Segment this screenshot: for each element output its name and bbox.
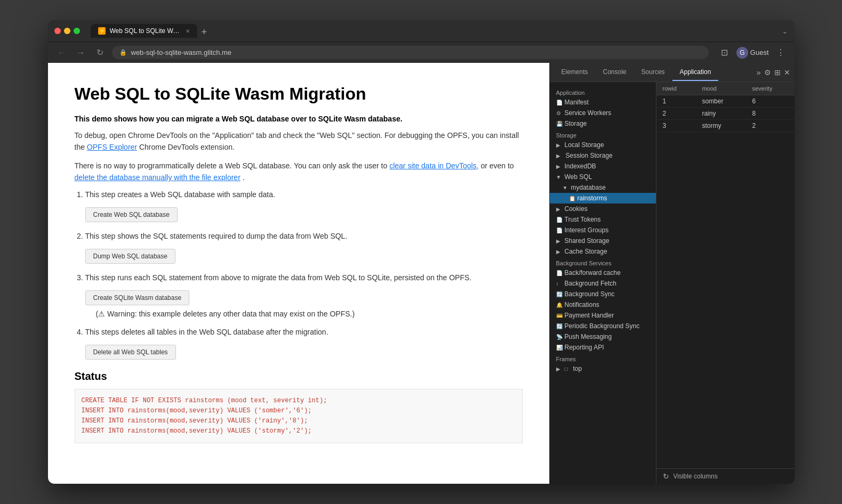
intro-paragraph: To debug, open Chrome DevTools on the "A…: [75, 129, 523, 153]
extensions-button[interactable]: ⊡: [717, 45, 732, 60]
sidebar-item-local-storage[interactable]: ▶ Local Storage: [550, 140, 656, 150]
expand-icon: ▶: [556, 153, 563, 159]
sidebar-item-service-workers[interactable]: ⚙ Service Workers: [550, 108, 656, 118]
devtools-dock-icon[interactable]: ⊞: [774, 68, 781, 77]
tab-application[interactable]: Application: [672, 64, 719, 81]
minimize-button[interactable]: [64, 28, 70, 34]
sidebar-item-label: Cache Storage: [565, 248, 607, 255]
page-title: Web SQL to SQLite Wasm Migration: [75, 84, 523, 104]
cell-rowid: 1: [656, 95, 696, 108]
lock-icon: 🔒: [119, 49, 127, 56]
sidebar-item-cookies[interactable]: ▶ Cookies: [550, 204, 656, 214]
sidebar-item-label: Payment Handler: [565, 312, 614, 319]
sidebar-item-label: Cookies: [565, 205, 588, 213]
visible-columns-button[interactable]: Visible columns: [673, 473, 718, 480]
sidebar-item-notifications[interactable]: 🔔 Notifications: [550, 299, 656, 310]
window-controls: ⌄: [782, 27, 788, 35]
active-tab[interactable]: ⚡ Web SQL to SQLite Wasm Mig... ✕: [91, 24, 197, 38]
tab-elements[interactable]: Elements: [554, 64, 596, 81]
more-tabs-icon[interactable]: »: [757, 68, 761, 77]
sidebar-item-cache-storage[interactable]: ▶ Cache Storage: [550, 246, 656, 257]
refresh-icon[interactable]: ↻: [663, 472, 669, 481]
trust-tokens-icon: 📄: [556, 217, 563, 223]
new-tab-button[interactable]: +: [197, 27, 212, 38]
sidebar-item-periodic-bg-sync[interactable]: 🔄 Periodic Background Sync: [550, 321, 656, 331]
maximize-button[interactable]: [74, 28, 80, 34]
notifications-icon: 🔔: [556, 302, 563, 308]
opfs-explorer-link[interactable]: OPFS Explorer: [87, 143, 137, 151]
step-1-text: This step creates a Web SQL database wit…: [85, 190, 275, 199]
sidebar-item-indexeddb[interactable]: ▶ IndexedDB: [550, 161, 656, 172]
sidebar-item-push-messaging[interactable]: 📡 Push Messaging: [550, 331, 656, 342]
steps-list: This step creates a Web SQL database wit…: [85, 190, 523, 360]
nav-right-buttons: ⊡ G Guest ⋮: [717, 45, 788, 60]
address-bar[interactable]: 🔒 web-sql-to-sqlite-wasm.glitch.me: [112, 46, 709, 59]
sidebar-item-payment-handler[interactable]: 💳 Payment Handler: [550, 310, 656, 321]
sidebar-item-label: Web SQL: [565, 173, 592, 181]
delete-tables-button[interactable]: Delete all Web SQL tables: [85, 345, 176, 360]
reload-button[interactable]: ↻: [93, 45, 108, 60]
devtools-close-icon[interactable]: ✕: [784, 68, 790, 77]
create-websql-button[interactable]: Create Web SQL database: [85, 207, 178, 222]
create-sqlite-button[interactable]: Create SQLite Wasm database: [85, 290, 190, 305]
sidebar-item-label: mydatabase: [571, 184, 606, 191]
sidebar-item-label: Background Fetch: [565, 280, 616, 287]
table-row[interactable]: 3 stormy 2: [656, 120, 795, 132]
dump-websql-button[interactable]: Dump Web SQL database: [85, 249, 175, 264]
sidebar-item-frames-top[interactable]: ▶ □ top: [550, 363, 656, 374]
devtools-settings-icon[interactable]: ⚙: [764, 68, 771, 77]
code-line-1: CREATE TABLE IF NOT EXISTS rainstorms (m…: [82, 396, 516, 406]
sidebar-item-reporting-api[interactable]: 📊 Reporting API: [550, 342, 656, 353]
data-table: rowid mood severity 1 somber 6: [656, 82, 795, 132]
sidebar-item-label: Background Sync: [565, 290, 615, 298]
table-row[interactable]: 2 rainy 8: [656, 108, 795, 120]
status-title: Status: [75, 370, 523, 383]
sidebar-item-session-storage[interactable]: ▶ Session Storage: [550, 150, 656, 161]
tab-sources[interactable]: Sources: [634, 64, 672, 81]
close-button[interactable]: [54, 28, 61, 34]
sidebar-item-back-forward[interactable]: 📄 Back/forward cache: [550, 267, 656, 278]
cell-rowid: 2: [656, 108, 696, 120]
sidebar-item-label: Service Workers: [565, 109, 612, 117]
sidebar-item-label: Local Storage: [565, 141, 604, 149]
account-name: Guest: [750, 48, 769, 56]
sidebar-item-rainstorms[interactable]: 📋 rainstorms: [550, 193, 656, 204]
bg-sync-icon: 🔄: [556, 291, 563, 297]
bg-fetch-icon: ↕: [556, 281, 563, 287]
sidebar-item-trust-tokens[interactable]: 📄 Trust Tokens: [550, 214, 656, 225]
delete-database-link[interactable]: delete the database manually with the fi…: [75, 173, 240, 182]
table-row[interactable]: 1 somber 6: [656, 95, 795, 108]
code-line-4: INSERT INTO rainstorms(mood,severity) VA…: [82, 426, 516, 436]
clear-site-data-link[interactable]: clear site data in DevTools,: [389, 161, 478, 170]
sidebar-item-manifest[interactable]: 📄 Manifest: [550, 97, 656, 108]
sidebar-item-mydatabase[interactable]: ▼ mydatabase: [550, 182, 656, 193]
sidebar-item-web-sql[interactable]: ▼ Web SQL: [550, 172, 656, 182]
sidebar-item-label: Notifications: [565, 301, 599, 308]
step-2: This step shows the SQL statements requi…: [85, 232, 523, 264]
devtools-body: Application 📄 Manifest ⚙ Service Workers…: [550, 82, 795, 484]
code-line-3: INSERT INTO rainstorms(mood,severity) VA…: [82, 416, 516, 426]
storage-section-label: Storage: [550, 129, 656, 140]
sidebar-item-label: IndexedDB: [565, 162, 596, 170]
sidebar-item-bg-sync[interactable]: 🔄 Background Sync: [550, 289, 656, 299]
tab-console[interactable]: Console: [596, 64, 634, 81]
sidebar-item-interest-groups[interactable]: 📄 Interest Groups: [550, 225, 656, 235]
step-4-text: This steps deletes all tables in the Web…: [85, 328, 328, 336]
more-menu-button[interactable]: ⋮: [773, 45, 788, 60]
sidebar-item-storage[interactable]: 💾 Storage: [550, 118, 656, 129]
expand-icon: ▶: [556, 366, 563, 372]
sidebar-item-label: Interest Groups: [565, 226, 609, 234]
sidebar-item-shared-storage[interactable]: ▶ Shared Storage: [550, 235, 656, 246]
table-header: rowid mood severity: [656, 82, 795, 95]
expand-icon: ▶: [556, 142, 563, 148]
cell-severity: 2: [746, 120, 795, 132]
tab-close-icon[interactable]: ✕: [186, 28, 190, 34]
sidebar-item-bg-fetch[interactable]: ↕ Background Fetch: [550, 278, 656, 289]
forward-button[interactable]: →: [74, 45, 89, 60]
expand-icon: ▶: [556, 206, 563, 212]
frame-icon: □: [565, 366, 571, 372]
account-button[interactable]: G Guest: [736, 47, 769, 59]
back-button[interactable]: ←: [54, 45, 69, 60]
cell-mood: somber: [695, 95, 745, 108]
cell-severity: 8: [746, 108, 795, 120]
